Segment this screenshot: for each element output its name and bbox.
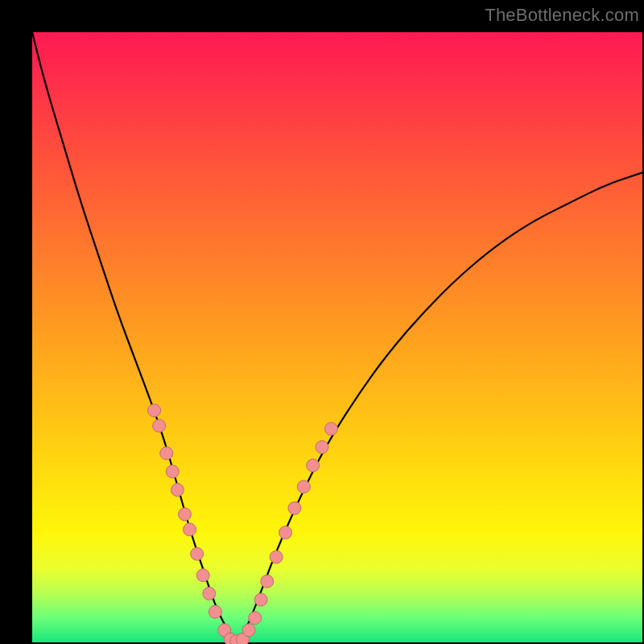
watermark-text: TheBottleneck.com — [485, 5, 639, 26]
chart-frame: TheBottleneck.com — [0, 0, 644, 644]
data-point — [208, 605, 221, 618]
data-point — [179, 508, 192, 521]
data-point — [184, 523, 196, 536]
data-point — [288, 502, 301, 514]
data-points — [148, 404, 338, 644]
data-point — [297, 481, 310, 493]
data-point — [166, 465, 179, 478]
plot-area — [32, 32, 642, 642]
data-point — [196, 569, 209, 582]
data-point — [324, 423, 337, 436]
data-point — [191, 547, 204, 560]
data-point — [171, 484, 184, 497]
data-point — [279, 526, 292, 539]
data-point — [203, 587, 216, 600]
data-point — [261, 575, 274, 588]
data-point — [160, 447, 173, 460]
data-point — [242, 624, 255, 637]
data-point — [316, 440, 328, 453]
bottleneck-curve — [32, 32, 642, 639]
data-point — [153, 419, 166, 432]
chart-svg — [32, 32, 642, 642]
data-point — [270, 551, 283, 564]
data-point — [148, 404, 161, 417]
data-point — [254, 593, 267, 606]
data-point — [249, 612, 262, 625]
data-point — [307, 459, 320, 472]
